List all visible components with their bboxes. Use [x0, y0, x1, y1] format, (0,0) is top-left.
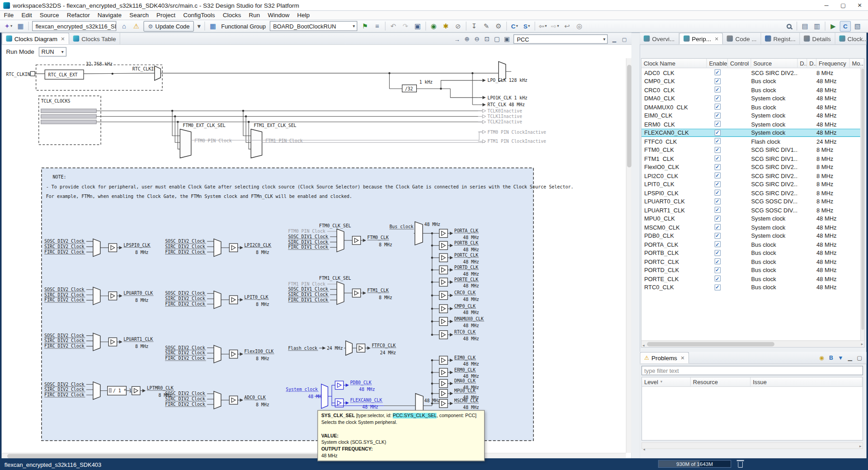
clock-row-mscm0-clk[interactable]: MSCM0_CLK✓System clock48 MHz [642, 223, 864, 231]
menu-search[interactable]: Search [126, 10, 153, 19]
pencil-icon[interactable]: ✎ [481, 21, 492, 31]
menu-edit[interactable]: Edit [18, 10, 36, 19]
zoom-fit-icon[interactable]: ⊡ [482, 34, 492, 44]
import-icon[interactable]: ↧ [468, 21, 480, 31]
enable-checkbox[interactable]: ✓ [714, 70, 720, 75]
enable-checkbox[interactable]: ✓ [714, 155, 720, 161]
enable-checkbox[interactable]: ✓ [714, 130, 720, 136]
enable-checkbox[interactable]: ✓ [714, 190, 720, 196]
undo-icon[interactable]: ↶ [388, 21, 399, 31]
tab-clocks-table[interactable]: Clocks Table [69, 33, 120, 44]
console-icon[interactable]: ▣ [412, 21, 423, 31]
clock-row-porta-clk[interactable]: PORTA_CLK✓Bus clock48 MHz [642, 240, 864, 249]
enable-checkbox[interactable]: ✓ [714, 164, 720, 170]
ide-perspective-icon[interactable]: ▧ [852, 21, 863, 31]
enable-checkbox[interactable]: ✓ [714, 147, 720, 153]
clock-row-erm0-clk[interactable]: ERM0_CLK✓System clock48 MHz [642, 120, 864, 128]
tab-overvi[interactable]: Overvi... [640, 33, 679, 44]
minimize-button[interactable]: ─ [818, 0, 835, 10]
clock-row-portb-clk[interactable]: PORTB_CLK✓Bus clock48 MHz [642, 249, 864, 257]
save-icon[interactable]: ▦ [15, 21, 26, 31]
run-config-icon[interactable]: ◉ [428, 21, 439, 31]
back-icon[interactable]: ⇦▾ [537, 21, 548, 31]
clock-row-eim0-clk[interactable]: EIM0_CLK✓System clock48 MHz [642, 111, 864, 120]
panel-sash[interactable] [632, 33, 640, 458]
problems-col-level[interactable]: Level▾ [642, 377, 691, 386]
zoom-in-icon[interactable]: ⊕ [462, 34, 472, 44]
tab-clocks-diagram[interactable]: Clocks Diagram✕ [2, 33, 70, 44]
clock-row-mpu0-clk[interactable]: MPU0_CLK✓System clock48 MHz [642, 214, 864, 223]
problems-col-issue[interactable]: Issue [750, 377, 863, 386]
enable-checkbox[interactable]: ✓ [714, 113, 720, 118]
minimize-view-icon[interactable]: ▁ [845, 353, 855, 362]
last-edit-icon[interactable]: ↩ [561, 21, 573, 31]
clock-row-lpit0-clk[interactable]: LPIT0_CLK✓SCG SIRC DIV2...8 MHz [642, 180, 864, 188]
garbage-collect-icon[interactable] [738, 462, 743, 468]
enable-checkbox[interactable]: ✓ [714, 224, 720, 230]
clock-row-lpspi0-clk[interactable]: LPSPI0_CLK✓SCG SIRC DIV2...8 MHz [642, 188, 864, 197]
menu-configtools[interactable]: ConfigTools [179, 10, 219, 19]
tab-clock[interactable]: Clock... [835, 33, 868, 44]
clock-row-lpuart0-clk[interactable]: LPUART0_CLK✓SCG SOSC DIV...8 MHz [642, 197, 864, 206]
enable-checkbox[interactable]: ✓ [714, 276, 720, 282]
search-icon[interactable] [783, 21, 795, 31]
menu-clocks[interactable]: Clocks [219, 10, 245, 19]
update-code-button[interactable]: ⚙Update Code [143, 21, 194, 31]
enable-checkbox[interactable]: ✓ [714, 87, 720, 93]
clock-row-ftm1-clk[interactable]: FTM1_CLK✓SCG SIRC DIV1...8 MHz [642, 154, 864, 163]
filter-icon[interactable]: ▼ [836, 353, 845, 362]
quickfix-icon[interactable]: ◉ [817, 353, 826, 362]
enable-checkbox[interactable]: ✓ [714, 104, 720, 110]
build-icon[interactable]: ⚙ [493, 21, 504, 31]
enable-checkbox[interactable]: ✓ [714, 284, 720, 290]
col-mo[interactable]: Mo... [850, 59, 864, 68]
keystore-icon[interactable]: ✱ [440, 21, 452, 31]
notes-icon[interactable]: ≡ [372, 21, 383, 31]
clock-row-ftfc0-clk[interactable]: FTFC0_CLK✓Flash clock24 MHz [642, 137, 864, 146]
memory-gauge[interactable]: 930M of 1643M [658, 460, 731, 468]
tab-perip[interactable]: Perip...✕ [679, 33, 723, 44]
enable-checkbox[interactable]: ✓ [714, 207, 720, 213]
col-d[interactable]: D... [807, 59, 816, 68]
functional-group-icon[interactable]: ▦ [208, 21, 219, 31]
group-by-icon[interactable]: B [826, 353, 836, 362]
link-editor-icon[interactable]: ◎ [574, 21, 585, 31]
clock-row-dma0-clk[interactable]: DMA0_CLK✓System clock48 MHz [642, 94, 864, 103]
enable-checkbox[interactable]: ✓ [714, 250, 720, 256]
clock-row-ftm0-clk[interactable]: FTM0_CLK✓SCG SIRC DIV1...8 MHz [642, 146, 864, 154]
enable-checkbox[interactable]: ✓ [714, 121, 720, 127]
problems-filter-input[interactable] [642, 366, 863, 375]
clock-row-pdb0-clk[interactable]: PDB0_CLK✓System clock48 MHz [642, 231, 864, 240]
new-wizard-icon[interactable]: ✦▾ [3, 21, 14, 31]
enable-checkbox[interactable]: ✓ [714, 95, 720, 101]
clock-row-crc0-clk[interactable]: CRC0_CLK✓Bus clock48 MHz [642, 85, 864, 94]
close-icon[interactable]: ✕ [61, 36, 65, 41]
enable-checkbox[interactable]: ✓ [714, 233, 720, 239]
run-mode-combo[interactable]: RUN ▾ [38, 47, 66, 56]
col-control[interactable]: Control [728, 59, 751, 68]
home-icon[interactable]: ⌂ [118, 21, 130, 31]
menu-navigate[interactable]: Navigate [94, 10, 125, 19]
problems-warning-icon[interactable]: ⚠ [131, 21, 142, 31]
clock-row-rtc0-clk[interactable]: RTC0_CLK✓Bus clock48 MHz [642, 283, 864, 291]
monitor-icon[interactable]: ▣ [502, 34, 512, 44]
redo-icon[interactable]: ↷ [400, 21, 411, 31]
menu-run[interactable]: Run [245, 10, 264, 19]
enable-checkbox[interactable]: ✓ [714, 138, 720, 144]
forward-icon[interactable]: ⇨▾ [549, 21, 561, 31]
clock-table-hscrollbar[interactable]: ◂▸ [642, 340, 864, 347]
col-enable[interactable]: Enable [707, 59, 728, 68]
problems-col-resource[interactable]: Resource [691, 377, 750, 386]
cpp-perspective-icon[interactable]: C [840, 21, 851, 31]
menu-window[interactable]: Window [264, 10, 293, 19]
col-source[interactable]: Source [751, 59, 798, 68]
clock-row-flexcan0-clk[interactable]: FLEXCAN0_CLK✓System clock48 MHz [642, 128, 864, 137]
col-clock-name[interactable]: Clock Name [642, 59, 707, 68]
col-frequency[interactable]: Frequency [816, 59, 850, 68]
enable-checkbox[interactable]: ✓ [714, 181, 720, 187]
enable-checkbox[interactable]: ✓ [714, 267, 720, 273]
scroll-left-icon[interactable]: ◂ [642, 447, 646, 451]
maximize-view-icon[interactable]: ▢ [855, 353, 864, 362]
clock-table-vscrollbar[interactable] [860, 68, 864, 340]
clock-row-adc0-clk[interactable]: ADC0_CLK✓SCG SIRC DIV2...8 MHz [642, 68, 864, 77]
